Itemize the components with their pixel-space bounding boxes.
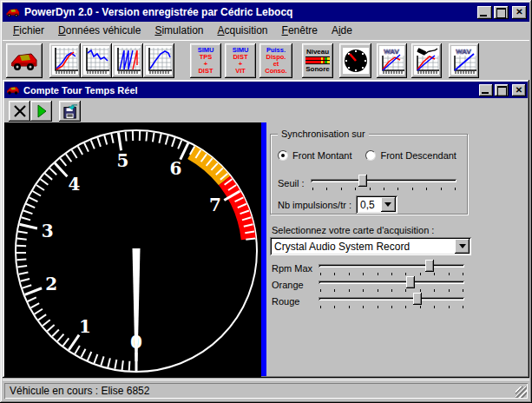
- seuil-label: Seuil :: [278, 178, 311, 188]
- rpm-max-slider[interactable]: [319, 260, 464, 276]
- menu-item-simulation[interactable]: Simulation: [148, 22, 210, 40]
- gauge-number-1: 1: [79, 316, 91, 337]
- rpm-max-slider-thumb[interactable]: [425, 260, 434, 272]
- niveau-label-top: Niveau: [305, 48, 330, 56]
- card-select-label: Selectionnez votre carte d'acquisition :: [272, 225, 434, 235]
- card-combo[interactable]: Crystal Audio System Record: [270, 237, 471, 255]
- compte-tour-window: Compte Tour Temps Réel: [3, 80, 529, 378]
- simu-tps-dist-button[interactable]: SIMU TPS + DIST: [190, 43, 221, 78]
- niveau-sonore-button[interactable]: Niveau Sonore: [302, 43, 333, 78]
- rpm-max-label: Rpm Max: [272, 263, 319, 274]
- maximize-button[interactable]: [494, 6, 509, 19]
- tachometer-button[interactable]: [339, 43, 371, 78]
- wav-curves-icon: WAV: [379, 46, 404, 75]
- wav-play-button[interactable]: WAV: [449, 43, 479, 78]
- svg-text:WAV: WAV: [384, 48, 399, 56]
- menu-item-acquisition[interactable]: Acquisition: [210, 22, 274, 40]
- torque-curve-icon: [83, 46, 109, 75]
- niveau-label-bottom: Sonore: [305, 65, 330, 73]
- close-button[interactable]: [512, 6, 527, 19]
- rouge-slider[interactable]: [319, 293, 464, 309]
- gauge-number-2: 2: [45, 274, 57, 294]
- seuil-slider[interactable]: [311, 175, 456, 191]
- puiss-label-rest: Dispo. et Conso.: [265, 54, 286, 75]
- status-text: Véhicule en cours : Elise 6852: [10, 385, 149, 397]
- window-title: PowerDyn 2.0 - Version enregistrée par C…: [24, 6, 477, 18]
- child-car-icon: [6, 84, 20, 96]
- minimize-button[interactable]: [477, 6, 492, 19]
- child-close-button[interactable]: [512, 84, 526, 96]
- rouge-slider-track[interactable]: [319, 297, 464, 301]
- nb-impulsions-dropdown-button[interactable]: [381, 197, 396, 212]
- speed-curve-icon: [146, 46, 172, 75]
- gauge-number-7: 7: [209, 195, 221, 215]
- main-window: PowerDyn 2.0 - Version enregistrée par C…: [0, 0, 532, 403]
- menu-item-aide[interactable]: Aide: [325, 22, 359, 40]
- radio-front-descendant[interactable]: Front Descendant: [365, 150, 456, 161]
- radio-front-montant[interactable]: Front Montant: [278, 150, 351, 161]
- save-button[interactable]: [59, 101, 81, 122]
- simu-dist-label-rest: DIST + VIT: [233, 54, 247, 75]
- orange-slider-track[interactable]: [319, 281, 464, 284]
- power-curve-icon: [52, 46, 78, 75]
- tachometer-icon: [343, 48, 369, 74]
- sync-groupbox: Synchronisation sur Front Montant Front …: [270, 134, 468, 215]
- status-bar: Véhicule en cours : Elise 6852: [3, 380, 529, 400]
- sound-level-bar-icon: [305, 56, 330, 64]
- chevron-down-icon: [384, 202, 391, 207]
- resize-grip[interactable]: [516, 386, 527, 398]
- seuil-slider-track[interactable]: [311, 179, 456, 182]
- graph-speed-button[interactable]: [143, 43, 174, 78]
- stop-x-icon: [13, 104, 27, 118]
- main-titlebar: PowerDyn 2.0 - Version enregistrée par C…: [3, 3, 529, 22]
- main-toolbar: SIMU TPS + DIST SIMU DIST + VIT Puiss. D…: [3, 40, 529, 80]
- mic-acquisition-button[interactable]: [411, 43, 442, 78]
- graph-torque-button[interactable]: [81, 43, 112, 78]
- rouge-row: Rouge: [272, 293, 464, 309]
- radio-front-montant-label: Front Montant: [292, 150, 351, 161]
- tachometer-dial: 01234567: [4, 122, 261, 376]
- orange-slider-thumb[interactable]: [406, 276, 415, 288]
- radio-front-montant-circle[interactable]: [278, 150, 288, 161]
- nb-impulsions-combo[interactable]: 0,5: [356, 195, 397, 214]
- simu-tps-label-rest: TPS + DIST: [198, 54, 213, 75]
- car-icon: [10, 50, 38, 72]
- simu-dist-vit-button[interactable]: SIMU DIST + VIT: [225, 43, 256, 78]
- tachometer-gauge: 01234567: [4, 122, 261, 377]
- stop-button[interactable]: [9, 101, 30, 122]
- start-button[interactable]: [30, 101, 52, 122]
- menu-item-donnees-vehicule[interactable]: Données véhicule: [51, 22, 148, 40]
- chevron-down-icon: [459, 244, 466, 248]
- app-car-icon: [5, 6, 21, 18]
- sync-group-title: Synchronisation sur: [278, 129, 369, 139]
- svg-text:WAV: WAV: [456, 48, 471, 56]
- child-minimize-button[interactable]: [479, 84, 493, 96]
- rpm-max-slider-track[interactable]: [319, 264, 464, 268]
- rpm-sawtooth-icon: [115, 46, 141, 75]
- card-dropdown-button[interactable]: [455, 239, 470, 254]
- child-content: 01234567 Synchronisation sur Front Monta…: [4, 122, 528, 376]
- menu-item-fichier[interactable]: Fichier: [6, 22, 51, 40]
- gauge-number-3: 3: [42, 221, 54, 241]
- gauge-number-4: 4: [69, 174, 81, 195]
- child-maximize-button[interactable]: [495, 84, 509, 96]
- nb-impulsions-label: Nb impulsions/tr :: [278, 200, 351, 210]
- rouge-label: Rouge: [272, 296, 319, 307]
- orange-slider[interactable]: [319, 276, 464, 293]
- microphone-curves-icon: [414, 46, 439, 75]
- graph-power-button[interactable]: [49, 43, 81, 78]
- gauge-number-5: 5: [116, 150, 128, 171]
- rouge-slider-ticks: [320, 306, 463, 309]
- vehicle-button[interactable]: [6, 43, 43, 78]
- child-titlebar: Compte Tour Temps Réel: [4, 82, 528, 98]
- menu-item-fenetre[interactable]: Fenêtre: [275, 22, 325, 40]
- radio-front-descendant-label: Front Descendant: [380, 150, 456, 161]
- rpm-max-row: Rpm Max: [272, 260, 464, 276]
- radio-front-descendant-circle[interactable]: [365, 150, 376, 161]
- puiss-dispo-conso-button[interactable]: Puiss. Dispo. et Conso.: [259, 43, 292, 78]
- wav-record-button[interactable]: WAV: [377, 43, 407, 78]
- graph-rpm-button[interactable]: [112, 43, 143, 78]
- seuil-slider-thumb[interactable]: [358, 175, 367, 187]
- rouge-slider-thumb[interactable]: [413, 293, 422, 305]
- card-combo-value: Crystal Audio System Record: [274, 241, 410, 253]
